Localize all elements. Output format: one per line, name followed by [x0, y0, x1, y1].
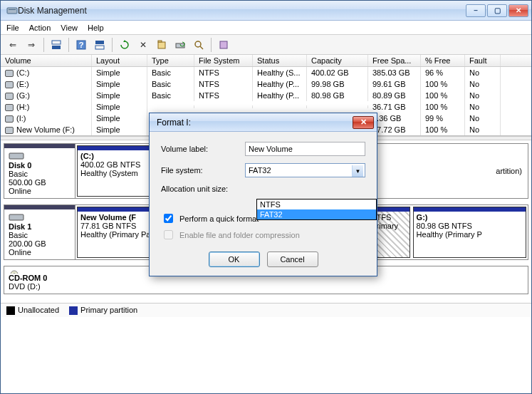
col-type[interactable]: Type: [147, 55, 194, 66]
volume-icon: [5, 70, 14, 77]
svg-rect-14: [9, 153, 24, 159]
volume-row[interactable]: (H:)Simple36.71 GB100 %No: [1, 101, 531, 113]
menu-view[interactable]: View: [61, 24, 78, 32]
disk-0-header: Disk 0: [9, 161, 71, 170]
filesystem-select[interactable]: FAT32 ▼: [245, 163, 365, 177]
quick-format-label: Perform a quick format: [179, 214, 259, 223]
view-top-icon[interactable]: [48, 37, 64, 53]
cancel-button[interactable]: Cancel: [267, 252, 318, 267]
refresh-icon[interactable]: [117, 37, 132, 53]
chevron-down-icon: ▼: [352, 165, 363, 177]
volume-icon: [5, 93, 14, 100]
svg-rect-8: [158, 42, 165, 48]
cdrom-sub: DVD (D:): [9, 282, 71, 291]
svg-line-12: [200, 46, 203, 49]
settings-icon[interactable]: [216, 37, 231, 53]
rescan-icon[interactable]: [172, 37, 188, 53]
disk-1-size: 200.00 GB: [9, 239, 71, 248]
volume-icon: [5, 115, 14, 123]
menu-file[interactable]: File: [6, 24, 19, 32]
forward-button[interactable]: ⇒: [24, 37, 39, 53]
maximize-button[interactable]: ▢: [487, 4, 507, 17]
disk-icon: [9, 151, 24, 161]
volume-icon: [5, 104, 14, 111]
svg-rect-6: [95, 41, 104, 44]
filesystem-label: File system:: [161, 166, 245, 175]
volume-icon: [5, 81, 14, 88]
disk-0-trail: artition): [367, 144, 528, 198]
separator: [211, 38, 212, 52]
fs-option-fat32[interactable]: FAT32: [257, 209, 376, 219]
disk-1-state: Online: [9, 248, 71, 256]
disk-0-label: Disk 0 Basic 500.00 GB Online: [4, 144, 75, 198]
disk-1-partition-g[interactable]: G:) 80.98 GB NTFS Healthy (Primary P: [413, 207, 526, 258]
menubar: File Action View Help: [1, 21, 531, 35]
help-icon[interactable]: ?: [73, 37, 89, 53]
volume-row[interactable]: (C:)SimpleBasicNTFSHealthy (S...400.02 G…: [1, 67, 531, 78]
back-button[interactable]: ⇐: [5, 37, 21, 53]
volume-row[interactable]: (G:)SimpleBasicNTFSHealthy (P...80.98 GB…: [1, 90, 531, 101]
dialog-titlebar[interactable]: Format I: ✕: [150, 113, 377, 132]
volume-icon: [5, 127, 14, 134]
search-icon[interactable]: [191, 37, 207, 53]
separator: [112, 38, 113, 52]
col-fault[interactable]: Fault: [465, 55, 501, 66]
volume-row[interactable]: (E:)SimpleBasicNTFSHealthy (P...99.98 GB…: [1, 78, 531, 90]
col-layout[interactable]: Layout: [92, 55, 147, 66]
svg-rect-3: [52, 46, 61, 49]
delete-icon[interactable]: ✕: [135, 37, 151, 53]
part-status: Healthy (Primary P: [417, 230, 523, 239]
disk-1-label: Disk 1 Basic 200.00 GB Online: [4, 205, 75, 259]
quick-format-input[interactable]: [164, 214, 173, 223]
separator: [43, 38, 44, 52]
svg-rect-0: [7, 8, 17, 14]
volume-label-input[interactable]: [245, 142, 365, 156]
legend-unallocated: Unallocated: [6, 306, 59, 315]
compression-label: Enable file and folder compression: [179, 231, 300, 239]
filesystem-dropdown: NTFS FAT32: [256, 199, 377, 220]
volume-header: Volume Layout Type File System Status Ca…: [1, 55, 531, 67]
svg-rect-1: [9, 9, 16, 10]
menu-help[interactable]: Help: [88, 24, 104, 32]
svg-rect-2: [52, 41, 61, 44]
separator: [68, 38, 69, 52]
filesystem-selected: FAT32: [249, 166, 271, 175]
col-pctfree[interactable]: % Free: [421, 55, 465, 66]
close-button[interactable]: ✕: [508, 4, 528, 17]
menu-action[interactable]: Action: [29, 24, 51, 32]
compression-checkbox: Enable file and folder compression: [161, 228, 365, 242]
col-status[interactable]: Status: [253, 55, 307, 66]
volume-label-label: Volume label:: [161, 145, 245, 153]
titlebar[interactable]: Disk Management – ▢ ✕: [1, 1, 531, 21]
minimize-button[interactable]: –: [466, 4, 486, 17]
legend-primary: Primary partition: [69, 306, 137, 315]
col-capacity[interactable]: Capacity: [307, 55, 368, 66]
view-bottom-icon[interactable]: [92, 37, 108, 53]
col-filesystem[interactable]: File System: [194, 55, 253, 66]
dialog-close-button[interactable]: ✕: [353, 116, 374, 129]
disk-1-type: Basic: [9, 231, 71, 239]
allocation-label: Allocation unit size:: [161, 185, 245, 193]
format-dialog: Format I: ✕ Volume label: File system: F…: [149, 113, 377, 276]
disk-0-type: Basic: [9, 170, 71, 178]
cdrom-header: CD-ROM 0: [9, 274, 71, 282]
window-title: Disk Management: [18, 6, 466, 16]
col-volume[interactable]: Volume: [1, 55, 92, 66]
part-size: 80.98 GB NTFS: [417, 222, 523, 230]
svg-rect-7: [95, 46, 104, 49]
svg-text:?: ?: [79, 41, 84, 49]
app-icon: [6, 5, 18, 16]
disk-1-header: Disk 1: [9, 222, 71, 231]
svg-rect-15: [9, 214, 24, 220]
legend: Unallocated Primary partition: [1, 303, 531, 317]
fs-option-ntfs[interactable]: NTFS: [257, 199, 376, 209]
svg-rect-9: [158, 41, 162, 42]
properties-icon[interactable]: [154, 37, 169, 53]
dialog-title: Format I:: [157, 118, 353, 128]
col-free[interactable]: Free Spa...: [368, 55, 421, 66]
cdrom-label: CD-ROM 0 DVD (D:): [4, 266, 75, 294]
ok-button[interactable]: OK: [209, 252, 260, 267]
disk-0-state: Online: [9, 187, 71, 195]
toolbar: ⇐ ⇒ ? ✕: [1, 35, 531, 55]
compression-input: [164, 230, 173, 239]
